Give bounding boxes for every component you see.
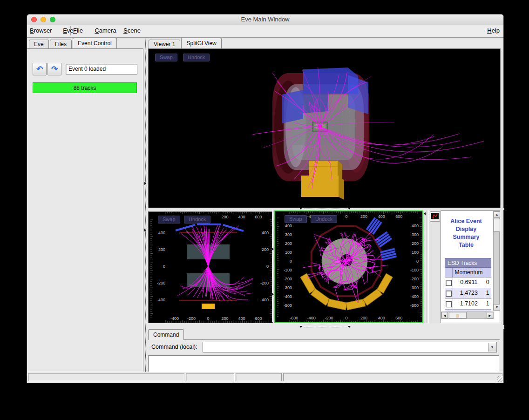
tab-command[interactable]: Command — [148, 329, 184, 340]
command-input[interactable]: ▼ — [203, 342, 497, 352]
svg-text:400: 400 — [412, 224, 419, 228]
undock-button[interactable]: Undock — [184, 216, 210, 224]
canvas-icon-strip — [428, 210, 441, 323]
esd-track-row[interactable]: 1.71021 — [445, 299, 491, 310]
command-history-dropdown[interactable]: ▼ — [488, 343, 496, 352]
splitter-collapse-icon[interactable] — [144, 182, 146, 185]
svg-text:-200: -200 — [260, 281, 269, 285]
vertical-scroll-thumb[interactable] — [494, 219, 500, 232]
summary-title-line: Alice Event — [441, 217, 491, 225]
svg-text:600: 600 — [255, 215, 262, 219]
scroll-down-button[interactable]: ▼ — [494, 304, 500, 311]
splitter-collapse-icon[interactable] — [272, 248, 274, 251]
svg-text:200: 200 — [360, 316, 367, 320]
scroll-left-button[interactable]: ◀ — [441, 312, 448, 318]
horizontal-splitter[interactable] — [148, 208, 504, 210]
menu-scene[interactable]: Scene — [123, 27, 141, 34]
svg-text:200: 200 — [221, 316, 228, 321]
swap-button[interactable]: Swap — [155, 54, 177, 61]
esd-tracks-table: 0.691101.472311.710211.01880 — [445, 278, 491, 312]
clipped-cell: 1 — [485, 288, 491, 298]
tab-eve[interactable]: Eve — [29, 40, 49, 48]
scroll-up-button[interactable]: ▲ — [494, 211, 500, 218]
svg-text:-400: -400 — [157, 298, 165, 302]
splitter-collapse-icon[interactable] — [299, 326, 302, 328]
menu-eve[interactable]: Eve — [63, 27, 73, 34]
svg-text:100: 100 — [412, 250, 419, 255]
command-panel: Command Command (local): ▼ — [148, 329, 504, 372]
clipped-cell: 1 — [485, 299, 491, 309]
tab-event-control[interactable]: Event Control — [73, 38, 117, 48]
status-segment — [186, 373, 234, 381]
menu-bar: BrowserEveFileCameraSceneHelp — [27, 25, 503, 38]
main-3d-gl-view[interactable]: Swap Undock — [148, 48, 501, 209]
event-status-field[interactable]: Event 0 loaded — [66, 64, 137, 75]
horizontal-scrollbar[interactable]: ◀ ||| ▶ — [441, 312, 494, 319]
scroll-down-icon: ▼ — [495, 305, 499, 309]
splitter-collapse-icon[interactable] — [424, 212, 426, 215]
svg-text:-400: -400 — [284, 294, 292, 299]
resize-grip[interactable] — [497, 376, 502, 382]
summary-panel: Alice Event Display Summary Table ESD Tr… — [441, 210, 500, 323]
svg-text:-200: -200 — [284, 277, 292, 281]
canvas-tab-icon-button[interactable] — [430, 211, 440, 222]
tab-files[interactable]: Files — [50, 40, 72, 48]
undock-button[interactable]: Undock — [183, 54, 210, 61]
checkbox-column-header — [445, 268, 453, 278]
splitter-collapse-icon[interactable] — [272, 293, 274, 296]
title-bar[interactable]: Eve Main Window — [27, 14, 503, 25]
command-splitter[interactable] — [148, 325, 504, 329]
svg-text:-400: -400 — [307, 316, 316, 320]
command-content: Command (local): ▼ — [148, 339, 500, 372]
vertical-scrollbar[interactable]: ▲ ▼ — [493, 211, 500, 311]
track-checkbox[interactable] — [446, 291, 452, 297]
next-event-button[interactable]: ↷ — [47, 63, 61, 75]
splitter-collapse-icon[interactable] — [348, 208, 351, 210]
swap-button[interactable]: Swap — [285, 215, 307, 223]
splitter-collapse-icon[interactable] — [299, 208, 302, 210]
momentum-cell: 1.4723 — [453, 288, 485, 298]
menu-file[interactable]: File — [73, 27, 83, 34]
command-output[interactable] — [148, 355, 499, 372]
rhoz-projection-view[interactable]: -400-400-200-200002002004004006006004004… — [148, 211, 273, 323]
scroll-right-button[interactable]: ▶ — [487, 312, 493, 318]
svg-text:-600: -600 — [290, 316, 298, 320]
status-segment — [28, 373, 184, 381]
esd-track-row[interactable]: 1.47231 — [445, 288, 491, 299]
back-arrow-icon: ↶ — [36, 65, 43, 74]
undock-button[interactable]: Undock — [311, 215, 337, 223]
swap-button[interactable]: Swap — [158, 216, 180, 224]
3d-event-display — [149, 49, 500, 208]
screen: Eve Main Window BrowserEveFileCameraScen… — [0, 0, 529, 420]
svg-text:200: 200 — [412, 241, 419, 246]
eve-main-window: Eve Main Window BrowserEveFileCameraScen… — [27, 14, 504, 383]
svg-text:-200: -200 — [187, 316, 196, 321]
scroll-left-icon: ◀ — [443, 314, 446, 317]
menu-help[interactable]: Help — [487, 27, 500, 34]
esd-track-row[interactable]: 0.69110 — [445, 278, 491, 288]
svg-text:400: 400 — [238, 316, 245, 321]
summary-splitter[interactable] — [423, 210, 428, 323]
rhophi-projection-view[interactable]: -600-600-400-400-200-2000020020040040060… — [274, 210, 423, 323]
menu-camera[interactable]: Camera — [95, 27, 116, 34]
track-checkbox[interactable] — [446, 280, 452, 286]
tab-viewer-1[interactable]: Viewer 1 — [149, 40, 180, 48]
track-checkbox[interactable] — [446, 301, 452, 307]
command-label: Command (local): — [151, 344, 197, 350]
svg-text:0: 0 — [345, 316, 347, 320]
svg-text:-500: -500 — [284, 303, 292, 308]
summary-title-line: Display — [441, 225, 491, 233]
splitter-collapse-icon[interactable] — [144, 229, 146, 231]
menu-browser[interactable]: Browser — [30, 27, 52, 34]
svg-text:400: 400 — [262, 230, 269, 235]
svg-text:200: 200 — [158, 247, 165, 252]
main-vertical-splitter[interactable] — [143, 38, 148, 372]
splitter-dots — [145, 38, 146, 372]
track-select-cell — [445, 288, 453, 298]
viewer-area: Viewer 1SplitGLView Swap Undock -400-400… — [148, 38, 504, 372]
previous-event-button[interactable]: ↶ — [33, 63, 47, 75]
tab-splitglview[interactable]: SplitGLView — [181, 38, 221, 48]
horizontal-scroll-thumb[interactable]: ||| — [449, 312, 467, 318]
svg-text:-100: -100 — [410, 268, 419, 272]
splitter-collapse-icon[interactable] — [348, 326, 351, 328]
